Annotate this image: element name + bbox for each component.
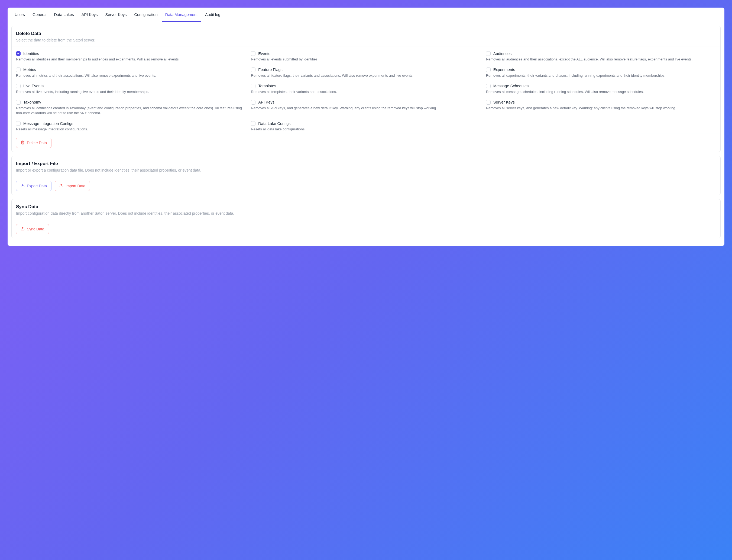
checkbox[interactable] [16, 100, 21, 105]
card-header: Delete Data Select the data to delete fr… [12, 26, 720, 47]
delete-option-events: EventsRemoves all events submitted by id… [251, 51, 481, 62]
checkbox-label: Data Lake Configs [258, 121, 291, 126]
settings-page: UsersGeneralData LakesAPI KeysServer Key… [8, 8, 724, 246]
card-header: Sync Data Import configuration data dire… [12, 199, 720, 220]
checkbox-row: Templates [251, 84, 481, 88]
checkbox-description: Removes all message schedules, including… [486, 89, 716, 95]
checkbox[interactable] [16, 67, 21, 72]
checkbox-description: Removes all experiments, their variants … [486, 73, 716, 78]
sync-data-card: Sync Data Import configuration data dire… [11, 199, 721, 238]
tab-configuration[interactable]: Configuration [131, 8, 161, 22]
button-label: Delete Data [27, 141, 47, 145]
upload-icon [21, 227, 25, 231]
checkbox-row: Data Lake Configs [251, 121, 481, 126]
card-subtitle: Import or export a configuration data fi… [16, 168, 716, 172]
tab-data-management[interactable]: Data Management [162, 8, 201, 22]
delete-data-card: Delete Data Select the data to delete fr… [11, 26, 721, 152]
import-export-card: Import / Export File Import or export a … [11, 156, 721, 195]
checkbox-description: Removes all metrics and their associatio… [16, 73, 246, 78]
tab-general[interactable]: General [29, 8, 50, 22]
checkbox[interactable] [251, 100, 256, 105]
button-label: Import Data [66, 184, 85, 188]
card-subtitle: Select the data to delete from the Sator… [16, 38, 716, 42]
delete-option-feature-flags: Feature FlagsRemoves all feature flags, … [251, 67, 481, 78]
checkbox[interactable] [16, 121, 21, 126]
card-footer: Delete Data [12, 134, 720, 152]
checkbox-description: Removes all definitions created in Taxon… [16, 106, 246, 116]
checkbox[interactable] [251, 84, 256, 88]
tab-users[interactable]: Users [11, 8, 28, 22]
tab-audit-log[interactable]: Audit log [202, 8, 224, 22]
checkbox-row: Feature Flags [251, 67, 481, 72]
checkbox[interactable] [251, 121, 256, 126]
delete-option-api-keys: API KeysRemoves all API keys, and genera… [251, 100, 481, 116]
tab-label: General [33, 12, 47, 17]
tab-label: Data Lakes [54, 12, 74, 17]
checkbox-label: Message Integration Configs [23, 121, 73, 126]
delete-option-audiences: AudiencesRemoves all audiences and their… [486, 51, 716, 62]
tab-api-keys[interactable]: API Keys [78, 8, 101, 22]
checkbox-label: Message Schedules [493, 84, 529, 88]
checkbox-description: Removes all API keys, and generates a ne… [251, 106, 481, 111]
checkbox-label: Taxonomy [23, 100, 41, 104]
checkbox[interactable] [16, 84, 21, 88]
delete-data-button[interactable]: Delete Data [16, 138, 51, 148]
delete-option-server-keys: Server KeysRemoves all server keys, and … [486, 100, 716, 116]
checkbox-row: Events [251, 51, 481, 56]
checkbox[interactable] [486, 67, 491, 72]
checkbox-label: API Keys [258, 100, 275, 104]
card-header: Import / Export File Import or export a … [12, 156, 720, 177]
card-title: Import / Export File [16, 161, 716, 166]
card-title: Sync Data [16, 204, 716, 210]
card-title: Delete Data [16, 31, 716, 36]
checkbox-label: Audiences [493, 52, 512, 56]
checkbox-label: Live Events [23, 84, 44, 88]
checkbox-row: Message Integration Configs [16, 121, 246, 126]
checkbox-description: Removes all audiences and their associat… [486, 57, 716, 62]
card-subtitle: Import configuration data directly from … [16, 211, 716, 215]
checkbox-description: Removes all server keys, and generates a… [486, 106, 716, 111]
import-data-button[interactable]: Import Data [55, 181, 90, 191]
checkbox-label: Server Keys [493, 100, 515, 104]
checkbox[interactable] [251, 67, 256, 72]
export-data-button[interactable]: Export Data [16, 181, 51, 191]
tab-server-keys[interactable]: Server Keys [102, 8, 130, 22]
tab-label: Configuration [134, 12, 157, 17]
delete-option-experiments: ExperimentsRemoves all experiments, thei… [486, 67, 716, 78]
delete-options-grid: IdentitiesRemoves all identities and the… [16, 51, 716, 132]
checkbox-row: Experiments [486, 67, 716, 72]
checkbox-row: API Keys [251, 100, 481, 105]
delete-option-message-integration-configs: Message Integration ConfigsResets all me… [16, 121, 246, 132]
checkbox-label: Feature Flags [258, 67, 282, 72]
checkbox[interactable] [486, 100, 491, 105]
checkbox[interactable] [486, 84, 491, 88]
delete-option-taxonomy: TaxonomyRemoves all definitions created … [16, 100, 246, 116]
checkbox-description: Resets all message integration configura… [16, 127, 246, 132]
tab-data-lakes[interactable]: Data Lakes [51, 8, 77, 22]
checkbox-row: Audiences [486, 51, 716, 56]
checkbox-description: Removes all events submitted by identiti… [251, 57, 481, 62]
tabs-bar: UsersGeneralData LakesAPI KeysServer Key… [8, 8, 724, 22]
checkbox[interactable] [16, 51, 21, 56]
checkbox-description: Removes all identities and their members… [16, 57, 246, 62]
checkbox-description: Removes all live events, including runni… [16, 89, 246, 95]
checkbox[interactable] [251, 51, 256, 56]
tab-label: Audit log [205, 12, 220, 17]
card-footer: Export Data Import Data [12, 177, 720, 195]
trash-icon [21, 140, 25, 145]
checkbox-label: Events [258, 52, 270, 56]
checkbox-label: Identities [23, 52, 39, 56]
upload-icon [59, 184, 63, 188]
checkbox-label: Experiments [493, 67, 515, 72]
delete-option-data-lake-configs: Data Lake ConfigsResets all data lake co… [251, 121, 481, 132]
delete-option-templates: TemplatesRemoves all templates, their va… [251, 84, 481, 95]
checkbox-label: Metrics [23, 67, 36, 72]
button-label: Export Data [27, 184, 47, 188]
checkbox-description: Resets all data lake configurations. [251, 127, 481, 132]
check-icon [17, 52, 20, 55]
checkbox-row: Metrics [16, 67, 246, 72]
checkbox[interactable] [486, 51, 491, 56]
tab-label: Server Keys [105, 12, 127, 17]
sync-data-button[interactable]: Sync Data [16, 224, 49, 234]
card-body: IdentitiesRemoves all identities and the… [12, 47, 720, 134]
